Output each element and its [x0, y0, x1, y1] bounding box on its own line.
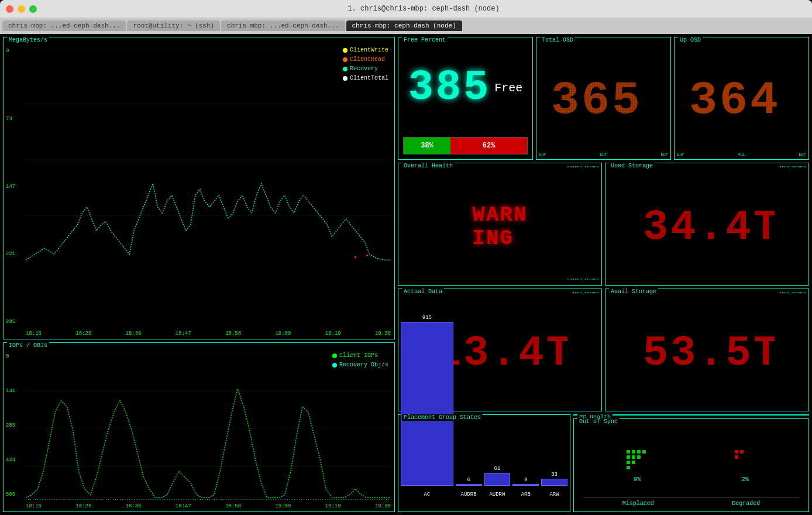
iops-y-1: 424	[6, 457, 15, 463]
used-storage-display: 34.4T	[608, 171, 806, 283]
avail-storage-panel: Avail Storage 53.5T """".""""""	[605, 289, 809, 411]
iops-y-2: 283	[6, 423, 15, 428]
pg-bar-audrb-rect	[456, 484, 482, 486]
megabytes-chart	[26, 48, 391, 272]
pg-x-labels: AC AUDRB AUDRW ARB ARW	[401, 492, 567, 497]
actual-data-label: Actual Data	[402, 289, 444, 295]
svg-rect-24	[627, 461, 630, 464]
x-label-2: 18:36	[126, 331, 142, 337]
pg-bar-audrw: 61	[484, 466, 511, 486]
pg-states-label: Placement Group States	[402, 414, 483, 421]
total-osd-sublabels: EurEurEur	[539, 152, 668, 157]
up-osd-panel: Up OSD 364 Eur4ulEur	[674, 37, 809, 160]
iops-panel: IOPs / OBJs Client IOPs Recovery Obj/s 5…	[3, 342, 395, 512]
out-of-sync-panel: Out of Sync	[573, 418, 809, 512]
total-osd-panel: Total OSD 365	[536, 37, 671, 160]
avail-storage-display: 53.5T	[608, 297, 806, 408]
health-sublabel2: """""".""""""	[567, 278, 599, 283]
degraded-pct: 2%	[741, 476, 749, 483]
megabytes-label: MegaBytes/s	[7, 37, 49, 43]
svg-rect-18	[632, 450, 635, 454]
pg-label-audrb: AUDRB	[456, 492, 482, 497]
iops-y-4: 0	[6, 353, 15, 359]
out-of-sync-content: 9% 2%	[574, 430, 808, 511]
megabytes-panel: MegaBytes/s ClientWrite ClientRead Recov…	[3, 37, 395, 339]
y-label-1: 221	[6, 251, 15, 257]
pg-health-panel: PG Health Severity Summary HEALTH_WARN 9…	[573, 414, 809, 416]
up-osd-label: Up OSD	[678, 37, 703, 43]
used-bar: 62%	[450, 138, 527, 154]
pg-bar-arw-count: 33	[551, 472, 558, 478]
y-label-0: 295	[6, 319, 15, 325]
up-osd-display: 364	[677, 46, 806, 157]
pg-label-arw: ARW	[541, 492, 567, 497]
iops-x-3: 18:47	[176, 503, 191, 509]
used-storage-panel: Used Storage 34.4T """".""""""	[605, 163, 809, 286]
svg-rect-23	[637, 455, 641, 459]
sync-icons-row: 9% 2%	[583, 434, 799, 497]
y-label-2: 147	[6, 184, 15, 190]
tab-4[interactable]: chris-mbp: ceph-dash (node)	[346, 20, 462, 31]
x-label-1: 18:26	[75, 331, 91, 337]
free-percent-big-number: 385 Free	[401, 46, 530, 130]
maximize-button[interactable]	[29, 5, 37, 13]
x-label-7: 19:30	[375, 331, 391, 337]
pg-bar-arw-rect	[541, 479, 567, 486]
svg-rect-29	[735, 455, 738, 459]
pg-bar-arb: 9	[512, 477, 539, 486]
total-osd-chart: 365	[545, 60, 662, 142]
svg-rect-27	[735, 450, 738, 454]
free-number-display: 385	[408, 67, 491, 109]
pg-bar-audrw-count: 61	[494, 466, 501, 472]
used-storage-chart: 34.4T	[640, 186, 775, 268]
svg-point-5	[366, 255, 368, 256]
svg-rect-17	[627, 450, 630, 454]
iops-x-2: 18:36	[126, 503, 142, 509]
degraded-footer-label: Degraded	[732, 500, 760, 507]
used-storage-sublabel: """".""""""	[779, 166, 806, 170]
sync-footer: Misplaced Degraded	[583, 497, 799, 507]
out-of-sync-label: Out of Sync	[577, 418, 620, 425]
svg-text:53.5T: 53.5T	[643, 329, 775, 377]
free-bar: 38%	[404, 138, 450, 154]
misplaced-footer-label: Misplaced	[622, 500, 654, 507]
up-osd-sublabels: Eur4ulEur	[677, 152, 806, 157]
minimize-button[interactable]	[18, 5, 25, 13]
pg-bar-ac: 915	[401, 315, 453, 486]
close-button[interactable]	[6, 5, 13, 13]
svg-rect-28	[740, 450, 744, 454]
iops-x-6: 19:19	[325, 503, 341, 509]
megabytes-y-labels: 295 221 147 74 0	[6, 48, 15, 325]
x-label-0: 18:15	[26, 331, 42, 337]
window-title: 1. chris@chris-mbp: ceph-dash (node)	[41, 5, 806, 13]
iops-label: IOPs / OBJs	[7, 342, 49, 349]
iops-x-7: 19:30	[375, 503, 391, 509]
svg-rect-25	[632, 461, 635, 464]
svg-rect-11	[545, 60, 662, 142]
iops-chart	[26, 353, 391, 504]
svg-text:34.4T: 34.4T	[643, 204, 775, 252]
overall-health-display: WARN ING	[401, 171, 599, 283]
pg-bar-ac-count: 915	[422, 315, 432, 321]
svg-text:13.4T: 13.4T	[436, 329, 567, 377]
tab-1[interactable]: chris-mbp: ...ed-ceph-dash...	[2, 20, 126, 31]
tab-3[interactable]: chris-mbp: ...ed-ceph-dash...	[221, 20, 345, 31]
overall-health-panel: Overall Health WARN ING """"""."""""" ""…	[398, 163, 602, 286]
title-bar: 1. chris@chris-mbp: ceph-dash (node)	[0, 0, 812, 18]
free-percent-label: Free Percent	[402, 37, 448, 43]
iops-x-0: 18:15	[26, 503, 42, 509]
pg-states-panel: Placement Group States 915 6	[398, 414, 570, 512]
iops-y-0: 566	[6, 492, 15, 497]
svg-rect-21	[627, 455, 630, 459]
svg-rect-22	[632, 455, 635, 459]
used-storage-label: Used Storage	[609, 163, 655, 169]
pg-bar-arb-count: 9	[524, 477, 527, 483]
pg-label-ac: AC	[401, 492, 453, 497]
pg-bar-audrb: 6	[456, 477, 482, 486]
tab-2[interactable]: root@utility: ~ (ssh)	[127, 20, 220, 31]
x-label-6: 19:19	[325, 331, 341, 337]
x-label-4: 18:58	[225, 331, 241, 337]
pg-bar-audrb-count: 6	[467, 477, 470, 483]
avail-storage-sublabel: """".""""""	[779, 291, 806, 296]
misplaced-icon	[625, 449, 649, 472]
